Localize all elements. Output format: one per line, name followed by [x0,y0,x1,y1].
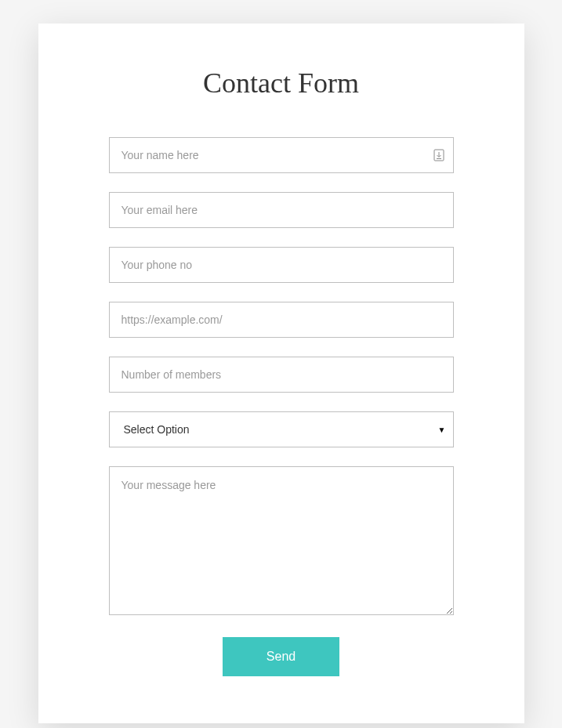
option-select[interactable]: Select Option [109,411,454,447]
email-input[interactable] [109,192,454,228]
email-row [109,192,454,228]
url-input[interactable] [109,302,454,338]
contact-form-card: Contact Form Select Option ▼ Send [38,24,524,723]
form-title: Contact Form [109,67,454,100]
name-row [109,137,454,173]
message-row [109,466,454,618]
phone-input[interactable] [109,247,454,283]
send-button[interactable]: Send [223,637,339,676]
members-row [109,357,454,393]
message-textarea[interactable] [109,466,454,615]
submit-row: Send [109,637,454,676]
name-input[interactable] [109,137,454,173]
url-row [109,302,454,338]
select-row: Select Option ▼ [109,411,454,447]
phone-row [109,247,454,283]
members-input[interactable] [109,357,454,393]
